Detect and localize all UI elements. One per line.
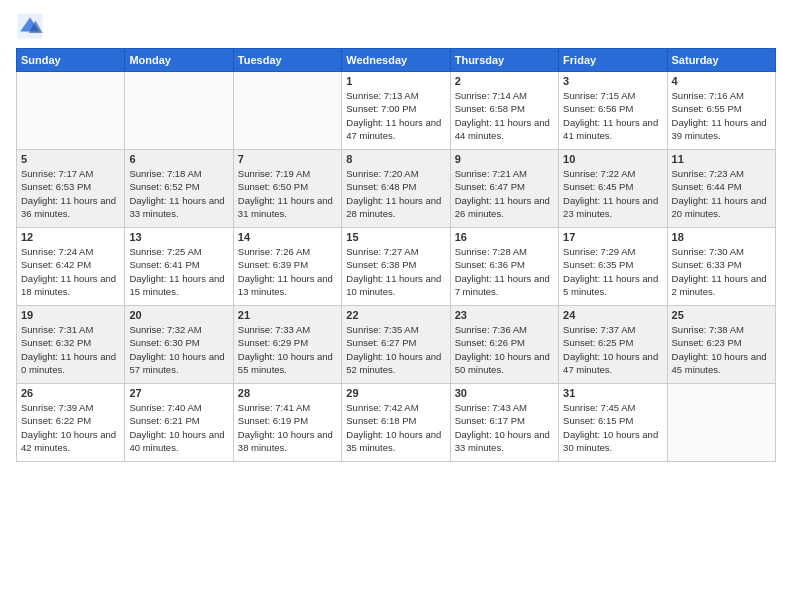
day-number: 16 [455,231,554,243]
day-number: 13 [129,231,228,243]
header-row: SundayMondayTuesdayWednesdayThursdayFrid… [17,49,776,72]
day-cell: 27Sunrise: 7:40 AMSunset: 6:21 PMDayligh… [125,384,233,462]
day-cell: 15Sunrise: 7:27 AMSunset: 6:38 PMDayligh… [342,228,450,306]
day-number: 1 [346,75,445,87]
day-cell: 2Sunrise: 7:14 AMSunset: 6:58 PMDaylight… [450,72,558,150]
day-info: Sunrise: 7:27 AMSunset: 6:38 PMDaylight:… [346,245,445,298]
column-header-sunday: Sunday [17,49,125,72]
day-cell: 10Sunrise: 7:22 AMSunset: 6:45 PMDayligh… [559,150,667,228]
day-info: Sunrise: 7:23 AMSunset: 6:44 PMDaylight:… [672,167,771,220]
day-number: 5 [21,153,120,165]
day-number: 30 [455,387,554,399]
day-cell: 20Sunrise: 7:32 AMSunset: 6:30 PMDayligh… [125,306,233,384]
day-cell: 19Sunrise: 7:31 AMSunset: 6:32 PMDayligh… [17,306,125,384]
day-number: 17 [563,231,662,243]
day-info: Sunrise: 7:31 AMSunset: 6:32 PMDaylight:… [21,323,120,376]
day-info: Sunrise: 7:32 AMSunset: 6:30 PMDaylight:… [129,323,228,376]
day-info: Sunrise: 7:18 AMSunset: 6:52 PMDaylight:… [129,167,228,220]
day-number: 31 [563,387,662,399]
day-info: Sunrise: 7:17 AMSunset: 6:53 PMDaylight:… [21,167,120,220]
week-row-1: 1Sunrise: 7:13 AMSunset: 7:00 PMDaylight… [17,72,776,150]
column-header-saturday: Saturday [667,49,775,72]
column-header-tuesday: Tuesday [233,49,341,72]
day-cell [667,384,775,462]
day-number: 18 [672,231,771,243]
day-info: Sunrise: 7:13 AMSunset: 7:00 PMDaylight:… [346,89,445,142]
day-number: 12 [21,231,120,243]
column-header-monday: Monday [125,49,233,72]
day-cell: 11Sunrise: 7:23 AMSunset: 6:44 PMDayligh… [667,150,775,228]
logo-icon [16,12,44,40]
column-header-wednesday: Wednesday [342,49,450,72]
day-info: Sunrise: 7:42 AMSunset: 6:18 PMDaylight:… [346,401,445,454]
day-info: Sunrise: 7:22 AMSunset: 6:45 PMDaylight:… [563,167,662,220]
day-cell: 26Sunrise: 7:39 AMSunset: 6:22 PMDayligh… [17,384,125,462]
day-cell: 18Sunrise: 7:30 AMSunset: 6:33 PMDayligh… [667,228,775,306]
week-row-2: 5Sunrise: 7:17 AMSunset: 6:53 PMDaylight… [17,150,776,228]
week-row-4: 19Sunrise: 7:31 AMSunset: 6:32 PMDayligh… [17,306,776,384]
week-row-3: 12Sunrise: 7:24 AMSunset: 6:42 PMDayligh… [17,228,776,306]
day-cell: 14Sunrise: 7:26 AMSunset: 6:39 PMDayligh… [233,228,341,306]
day-info: Sunrise: 7:26 AMSunset: 6:39 PMDaylight:… [238,245,337,298]
day-cell: 22Sunrise: 7:35 AMSunset: 6:27 PMDayligh… [342,306,450,384]
day-cell: 9Sunrise: 7:21 AMSunset: 6:47 PMDaylight… [450,150,558,228]
day-number: 24 [563,309,662,321]
day-cell: 5Sunrise: 7:17 AMSunset: 6:53 PMDaylight… [17,150,125,228]
day-cell: 7Sunrise: 7:19 AMSunset: 6:50 PMDaylight… [233,150,341,228]
header [16,12,776,40]
calendar-page: SundayMondayTuesdayWednesdayThursdayFrid… [0,0,792,612]
day-cell: 1Sunrise: 7:13 AMSunset: 7:00 PMDaylight… [342,72,450,150]
day-number: 7 [238,153,337,165]
day-cell [17,72,125,150]
day-cell: 12Sunrise: 7:24 AMSunset: 6:42 PMDayligh… [17,228,125,306]
day-info: Sunrise: 7:37 AMSunset: 6:25 PMDaylight:… [563,323,662,376]
day-info: Sunrise: 7:39 AMSunset: 6:22 PMDaylight:… [21,401,120,454]
day-number: 10 [563,153,662,165]
column-header-friday: Friday [559,49,667,72]
day-number: 3 [563,75,662,87]
day-cell: 28Sunrise: 7:41 AMSunset: 6:19 PMDayligh… [233,384,341,462]
day-cell: 24Sunrise: 7:37 AMSunset: 6:25 PMDayligh… [559,306,667,384]
day-cell [233,72,341,150]
day-cell: 4Sunrise: 7:16 AMSunset: 6:55 PMDaylight… [667,72,775,150]
day-number: 6 [129,153,228,165]
week-row-5: 26Sunrise: 7:39 AMSunset: 6:22 PMDayligh… [17,384,776,462]
day-info: Sunrise: 7:45 AMSunset: 6:15 PMDaylight:… [563,401,662,454]
day-info: Sunrise: 7:14 AMSunset: 6:58 PMDaylight:… [455,89,554,142]
day-number: 14 [238,231,337,243]
day-info: Sunrise: 7:24 AMSunset: 6:42 PMDaylight:… [21,245,120,298]
day-cell: 23Sunrise: 7:36 AMSunset: 6:26 PMDayligh… [450,306,558,384]
day-info: Sunrise: 7:21 AMSunset: 6:47 PMDaylight:… [455,167,554,220]
day-info: Sunrise: 7:16 AMSunset: 6:55 PMDaylight:… [672,89,771,142]
day-cell: 30Sunrise: 7:43 AMSunset: 6:17 PMDayligh… [450,384,558,462]
day-number: 21 [238,309,337,321]
day-number: 15 [346,231,445,243]
day-number: 9 [455,153,554,165]
day-number: 8 [346,153,445,165]
day-info: Sunrise: 7:29 AMSunset: 6:35 PMDaylight:… [563,245,662,298]
day-cell: 31Sunrise: 7:45 AMSunset: 6:15 PMDayligh… [559,384,667,462]
day-cell: 3Sunrise: 7:15 AMSunset: 6:56 PMDaylight… [559,72,667,150]
day-cell: 21Sunrise: 7:33 AMSunset: 6:29 PMDayligh… [233,306,341,384]
day-number: 23 [455,309,554,321]
day-cell: 8Sunrise: 7:20 AMSunset: 6:48 PMDaylight… [342,150,450,228]
day-info: Sunrise: 7:43 AMSunset: 6:17 PMDaylight:… [455,401,554,454]
day-info: Sunrise: 7:25 AMSunset: 6:41 PMDaylight:… [129,245,228,298]
day-cell [125,72,233,150]
day-number: 26 [21,387,120,399]
day-cell: 6Sunrise: 7:18 AMSunset: 6:52 PMDaylight… [125,150,233,228]
day-info: Sunrise: 7:19 AMSunset: 6:50 PMDaylight:… [238,167,337,220]
day-cell: 25Sunrise: 7:38 AMSunset: 6:23 PMDayligh… [667,306,775,384]
day-info: Sunrise: 7:33 AMSunset: 6:29 PMDaylight:… [238,323,337,376]
day-cell: 13Sunrise: 7:25 AMSunset: 6:41 PMDayligh… [125,228,233,306]
day-cell: 17Sunrise: 7:29 AMSunset: 6:35 PMDayligh… [559,228,667,306]
day-cell: 16Sunrise: 7:28 AMSunset: 6:36 PMDayligh… [450,228,558,306]
day-number: 2 [455,75,554,87]
day-info: Sunrise: 7:41 AMSunset: 6:19 PMDaylight:… [238,401,337,454]
day-info: Sunrise: 7:20 AMSunset: 6:48 PMDaylight:… [346,167,445,220]
logo [16,12,46,40]
day-number: 27 [129,387,228,399]
day-number: 29 [346,387,445,399]
day-info: Sunrise: 7:35 AMSunset: 6:27 PMDaylight:… [346,323,445,376]
day-number: 25 [672,309,771,321]
